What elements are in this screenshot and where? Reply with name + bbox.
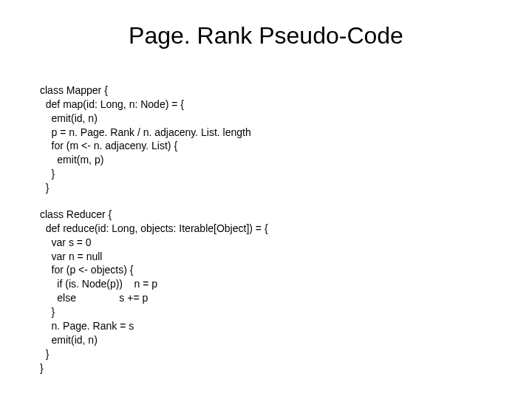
code-line: } xyxy=(40,168,55,180)
code-line: p = n. Page. Rank / n. adjaceny. List. l… xyxy=(40,126,251,138)
code-line: } xyxy=(40,362,44,374)
code-line: for (m <- n. adjaceny. List) { xyxy=(40,140,177,151)
code-line: emit(id, n) xyxy=(40,334,98,346)
code-line: class Mapper { xyxy=(40,84,108,96)
code-line: var s = 0 xyxy=(40,236,92,248)
code-line: var n = null xyxy=(40,250,102,262)
code-line: else s += p xyxy=(40,292,148,304)
code-line: } xyxy=(40,348,49,360)
code-line: class Reducer { xyxy=(40,208,112,220)
mapper-code-block: class Mapper { def map(id: Long, n: Node… xyxy=(40,69,251,195)
code-line: emit(id, n) xyxy=(40,112,98,124)
code-line: def map(id: Long, n: Node) = { xyxy=(40,98,184,110)
code-line: def reduce(id: Long, objects: Iterable[O… xyxy=(40,222,268,234)
code-line: n. Page. Rank = s xyxy=(40,320,134,332)
reducer-code-block: class Reducer { def reduce(id: Long, obj… xyxy=(40,194,268,375)
code-line: emit(m, p) xyxy=(40,154,103,166)
code-line: } xyxy=(40,182,49,194)
slide: Page. Rank Pseudo-Code class Mapper { de… xyxy=(0,0,532,399)
code-line: for (p <- objects) { xyxy=(40,264,133,276)
slide-title: Page. Rank Pseudo-Code xyxy=(0,22,532,50)
code-line: } xyxy=(40,306,55,318)
code-line: if (is. Node(p)) n = p xyxy=(40,278,157,290)
